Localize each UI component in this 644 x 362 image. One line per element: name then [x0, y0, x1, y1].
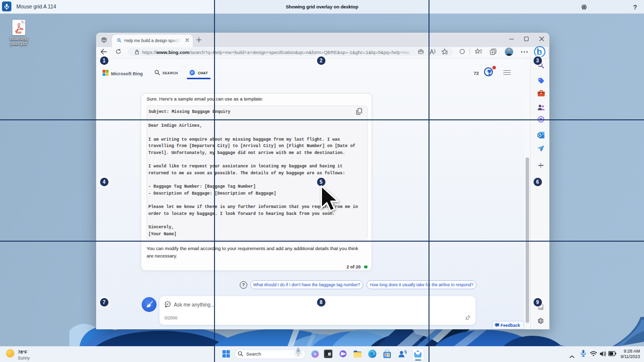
svg-text:PDF: PDF	[16, 31, 22, 34]
